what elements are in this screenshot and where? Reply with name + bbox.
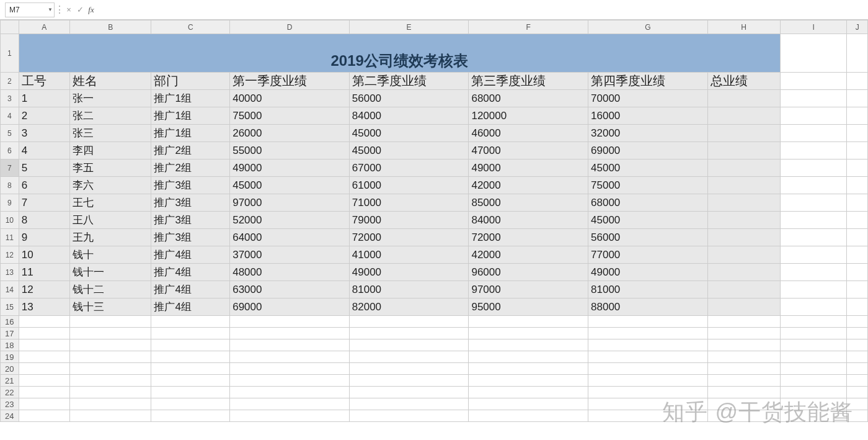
- cell-J1[interactable]: [847, 34, 868, 73]
- cell-J5[interactable]: [847, 125, 868, 142]
- cell-C5[interactable]: 推广1组: [151, 125, 230, 142]
- cell-F14[interactable]: 97000: [469, 281, 588, 299]
- cell-I18[interactable]: [780, 339, 847, 351]
- cell-F13[interactable]: 96000: [469, 264, 588, 281]
- cell-D23[interactable]: [230, 398, 350, 410]
- rowhead-19[interactable]: 19: [1, 351, 19, 363]
- cell-E19[interactable]: [349, 351, 469, 363]
- cell-H5[interactable]: [707, 125, 780, 142]
- title-cell[interactable]: 2019公司绩效考核表: [19, 34, 780, 73]
- cell-A21[interactable]: [19, 375, 69, 387]
- cell-C13[interactable]: 推广4组: [151, 264, 230, 281]
- cell-B22[interactable]: [69, 387, 151, 398]
- cell-B10[interactable]: 王八: [69, 212, 151, 229]
- cell-A6[interactable]: 4: [19, 142, 69, 159]
- rowhead-9[interactable]: 9: [1, 194, 19, 212]
- cell-A7[interactable]: 5: [19, 159, 69, 177]
- cell-D17[interactable]: [230, 328, 350, 339]
- colhead-I[interactable]: I: [780, 20, 847, 34]
- cell-H24[interactable]: [707, 410, 780, 422]
- cell-A11[interactable]: 9: [19, 229, 69, 246]
- cell-I23[interactable]: [780, 398, 847, 410]
- rowhead-8[interactable]: 8: [1, 177, 19, 194]
- colhead-E[interactable]: E: [349, 20, 469, 34]
- cell-I4[interactable]: [780, 107, 847, 125]
- cell-B4[interactable]: 张二: [69, 107, 151, 125]
- cell-F19[interactable]: [469, 351, 588, 363]
- cell-A24[interactable]: [19, 410, 69, 422]
- cell-C20[interactable]: [151, 363, 230, 375]
- cell-H18[interactable]: [707, 339, 780, 351]
- cell-C6[interactable]: 推广2组: [151, 142, 230, 159]
- cell-F4[interactable]: 120000: [469, 107, 588, 125]
- cell-I9[interactable]: [780, 194, 847, 212]
- cell-H3[interactable]: [707, 90, 780, 107]
- cell-G20[interactable]: [588, 363, 708, 375]
- cell-E8[interactable]: 61000: [349, 177, 469, 194]
- cell-A2[interactable]: 工号: [19, 73, 69, 90]
- cell-F22[interactable]: [469, 387, 588, 398]
- cell-J3[interactable]: [847, 90, 868, 107]
- cell-I12[interactable]: [780, 246, 847, 264]
- cell-J11[interactable]: [847, 229, 868, 246]
- cell-J13[interactable]: [847, 264, 868, 281]
- cell-A8[interactable]: 6: [19, 177, 69, 194]
- cell-I19[interactable]: [780, 351, 847, 363]
- cell-E14[interactable]: 81000: [349, 281, 469, 299]
- cell-J18[interactable]: [847, 339, 868, 351]
- cell-I24[interactable]: [780, 410, 847, 422]
- rowhead-7[interactable]: 7: [1, 159, 19, 177]
- cell-I21[interactable]: [780, 375, 847, 387]
- cell-D15[interactable]: 69000: [230, 299, 350, 316]
- cell-H4[interactable]: [707, 107, 780, 125]
- cell-G9[interactable]: 68000: [588, 194, 708, 212]
- cell-C10[interactable]: 推广3组: [151, 212, 230, 229]
- colhead-C[interactable]: C: [151, 20, 230, 34]
- cell-I5[interactable]: [780, 125, 847, 142]
- cell-D4[interactable]: 75000: [230, 107, 350, 125]
- cell-D16[interactable]: [230, 316, 350, 328]
- cell-J8[interactable]: [847, 177, 868, 194]
- cell-A14[interactable]: 12: [19, 281, 69, 299]
- cell-C22[interactable]: [151, 387, 230, 398]
- cell-I10[interactable]: [780, 212, 847, 229]
- cell-H9[interactable]: [707, 194, 780, 212]
- cell-J21[interactable]: [847, 375, 868, 387]
- spreadsheet[interactable]: A B C D E F G H I J 12019公司绩效考核表2工号姓名部门第…: [0, 20, 868, 422]
- cell-A20[interactable]: [19, 363, 69, 375]
- rowhead-13[interactable]: 13: [1, 264, 19, 281]
- cell-C15[interactable]: 推广4组: [151, 299, 230, 316]
- cell-F10[interactable]: 84000: [469, 212, 588, 229]
- colhead-G[interactable]: G: [588, 20, 708, 34]
- rowhead-18[interactable]: 18: [1, 339, 19, 351]
- cell-D10[interactable]: 52000: [230, 212, 350, 229]
- cell-H20[interactable]: [707, 363, 780, 375]
- rowhead-22[interactable]: 22: [1, 387, 19, 398]
- cell-C7[interactable]: 推广2组: [151, 159, 230, 177]
- cell-G6[interactable]: 69000: [588, 142, 708, 159]
- cell-I14[interactable]: [780, 281, 847, 299]
- cell-G13[interactable]: 49000: [588, 264, 708, 281]
- cell-G18[interactable]: [588, 339, 708, 351]
- cell-D5[interactable]: 26000: [230, 125, 350, 142]
- cell-E5[interactable]: 45000: [349, 125, 469, 142]
- cell-F21[interactable]: [469, 375, 588, 387]
- cell-D13[interactable]: 48000: [230, 264, 350, 281]
- cell-H14[interactable]: [707, 281, 780, 299]
- cell-C9[interactable]: 推广3组: [151, 194, 230, 212]
- cell-J7[interactable]: [847, 159, 868, 177]
- cell-C12[interactable]: 推广4组: [151, 246, 230, 264]
- cell-G16[interactable]: [588, 316, 708, 328]
- enter-button[interactable]: ✓: [74, 5, 86, 14]
- cell-G2[interactable]: 第四季度业绩: [588, 73, 708, 90]
- cell-C3[interactable]: 推广1组: [151, 90, 230, 107]
- cell-J16[interactable]: [847, 316, 868, 328]
- cell-G8[interactable]: 75000: [588, 177, 708, 194]
- cancel-button[interactable]: ×: [63, 5, 74, 14]
- cell-F8[interactable]: 42000: [469, 177, 588, 194]
- cell-E17[interactable]: [349, 328, 469, 339]
- cell-E12[interactable]: 41000: [349, 246, 469, 264]
- cell-D12[interactable]: 37000: [230, 246, 350, 264]
- rowhead-16[interactable]: 16: [1, 316, 19, 328]
- cell-H7[interactable]: [707, 159, 780, 177]
